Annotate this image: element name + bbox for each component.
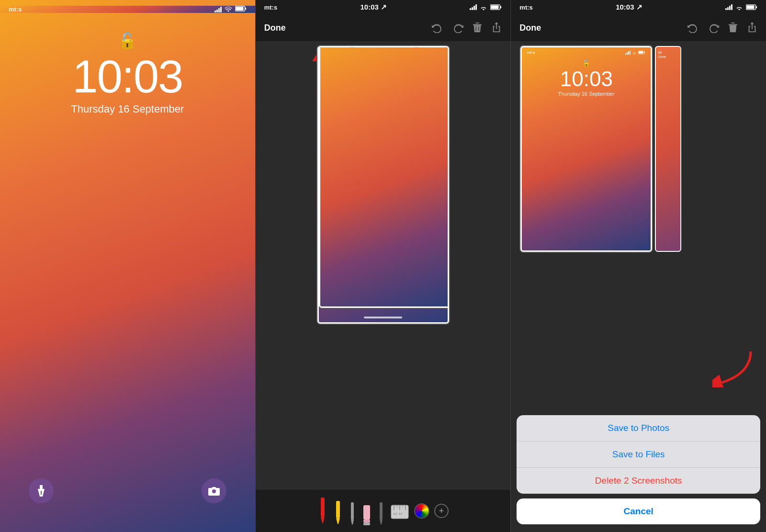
mini-battery-3: [638, 51, 646, 55]
draw-tool-gray[interactable]: [348, 497, 357, 525]
bar4-3: [731, 4, 732, 10]
phone-preview-area-2: mt:s: [256, 41, 511, 503]
svg-rect-23: [336, 501, 340, 518]
redo-icon-2[interactable]: [452, 23, 463, 33]
status-icons-2: [470, 4, 502, 10]
bar1-2: [470, 8, 471, 10]
mini-camera-2: [408, 46, 425, 48]
svg-rect-8: [491, 5, 499, 9]
cancel-button[interactable]: Cancel: [517, 498, 760, 524]
share-icon-3[interactable]: [747, 22, 757, 34]
svg-rect-29: [363, 505, 370, 520]
svg-rect-1: [236, 7, 243, 11]
toolbar-3: Done: [511, 14, 766, 41]
phone-preview-2: mt:s: [317, 46, 449, 324]
mini-flashlight-2: [344, 46, 360, 48]
wifi-icon-3: [735, 4, 743, 10]
save-to-files-button[interactable]: Save to Files: [517, 441, 760, 468]
bar2: [216, 10, 218, 12]
peek-label: Done: [658, 55, 678, 58]
time-label-2: 10:03 ↗: [360, 3, 387, 11]
color-picker-button[interactable]: [414, 503, 429, 519]
draw-tool-pink[interactable]: [361, 497, 372, 525]
svg-rect-31: [363, 522, 370, 525]
svg-rect-3: [40, 485, 43, 489]
status-bar-1: mt:s: [0, 6, 255, 13]
redo-icon-3[interactable]: [708, 23, 719, 33]
panel-3-share: mt:s 10:03 ↗ Done: [511, 0, 766, 532]
svg-rect-32: [380, 502, 383, 520]
wifi-icon-1: [225, 6, 232, 13]
bar1-3: [725, 8, 727, 10]
carrier-label-3: mt:s: [519, 4, 532, 11]
svg-rect-10: [473, 24, 482, 25]
gray-pen-icon: [348, 500, 357, 525]
wifi-icon-2: [480, 4, 487, 10]
svg-marker-33: [380, 520, 383, 524]
status-bar-2: mt:s 10:03 ↗: [256, 0, 511, 14]
mini-status-3: mt:s: [522, 47, 651, 57]
drawing-toolbar-2: 5.0 5.0 +: [256, 490, 511, 532]
peek-time: 10: [658, 51, 678, 54]
mini-time-3: 10:03: [522, 67, 651, 91]
share-sheet: Save to Photos Save to Files Delete 2 Sc…: [511, 415, 766, 532]
yellow-pen-icon: [333, 499, 343, 525]
svg-rect-50: [644, 52, 645, 53]
draw-tool-ruler[interactable]: 5.0 5.0: [390, 497, 409, 525]
share-icon-2[interactable]: [491, 22, 502, 34]
svg-rect-11: [476, 23, 479, 23]
status-icons-3: [725, 4, 757, 10]
done-button-3[interactable]: Done: [519, 23, 541, 33]
delete-screenshots-button[interactable]: Delete 2 Screenshots: [517, 468, 760, 494]
toolbar-right-2: [432, 22, 502, 34]
phone-preview-3: mt:s: [520, 46, 652, 252]
svg-rect-46: [729, 24, 737, 25]
toolbar-right-3: [687, 22, 757, 34]
draw-tool-darkgray[interactable]: [377, 497, 385, 525]
mini-signal-3: [625, 51, 631, 55]
battery-icon-3: [746, 4, 757, 10]
red-pen-icon: [317, 497, 328, 525]
bar3: [218, 8, 220, 12]
svg-rect-44: [746, 5, 754, 9]
time-label-3: 10:03 ↗: [616, 3, 642, 11]
panel-1-lockscreen: mt:s: [0, 0, 255, 532]
signal-bars-1: [214, 7, 222, 12]
add-tool-button[interactable]: +: [434, 504, 449, 518]
undo-icon-3[interactable]: [687, 23, 699, 33]
trash-icon-3[interactable]: [728, 22, 738, 34]
ruler-icon: 5.0 5.0: [390, 500, 409, 525]
draw-tool-yellow[interactable]: [333, 497, 343, 525]
time-display-1: 10:03: [72, 50, 182, 103]
svg-marker-21: [321, 517, 325, 523]
share-options-list: Save to Photos Save to Files Delete 2 Sc…: [517, 415, 760, 494]
svg-text:5.0: 5.0: [394, 512, 397, 515]
svg-rect-26: [351, 502, 354, 520]
svg-marker-24: [336, 518, 340, 524]
bottom-icons-1: [0, 478, 255, 503]
ms1-3: [625, 53, 626, 55]
mini-status-right-3: [625, 50, 646, 55]
svg-marker-27: [351, 520, 354, 524]
red-arrow-svg: [712, 349, 755, 387]
svg-rect-2: [245, 8, 246, 10]
save-to-photos-button[interactable]: Save to Photos: [517, 415, 760, 441]
status-bar-3: mt:s 10:03 ↗: [511, 0, 766, 14]
bar3-3: [729, 6, 731, 10]
trash-icon-2[interactable]: [472, 22, 483, 34]
pink-eraser-icon: [361, 502, 372, 525]
svg-marker-22: [322, 523, 323, 525]
svg-marker-34: [381, 524, 382, 525]
signal-bars-2: [470, 4, 477, 10]
svg-marker-28: [352, 524, 353, 525]
draw-tool-red[interactable]: [317, 497, 328, 525]
undo-icon-2[interactable]: [432, 23, 443, 33]
svg-rect-45: [756, 6, 757, 8]
carrier-label-2: mt:s: [264, 4, 277, 11]
camera-button-1[interactable]: [202, 478, 226, 503]
mini-carrier-3: mt:s: [527, 50, 535, 55]
svg-rect-49: [639, 51, 643, 53]
mini-wifi-3: [632, 51, 637, 55]
flashlight-button-1[interactable]: [29, 478, 54, 503]
done-button-2[interactable]: Done: [264, 23, 286, 33]
